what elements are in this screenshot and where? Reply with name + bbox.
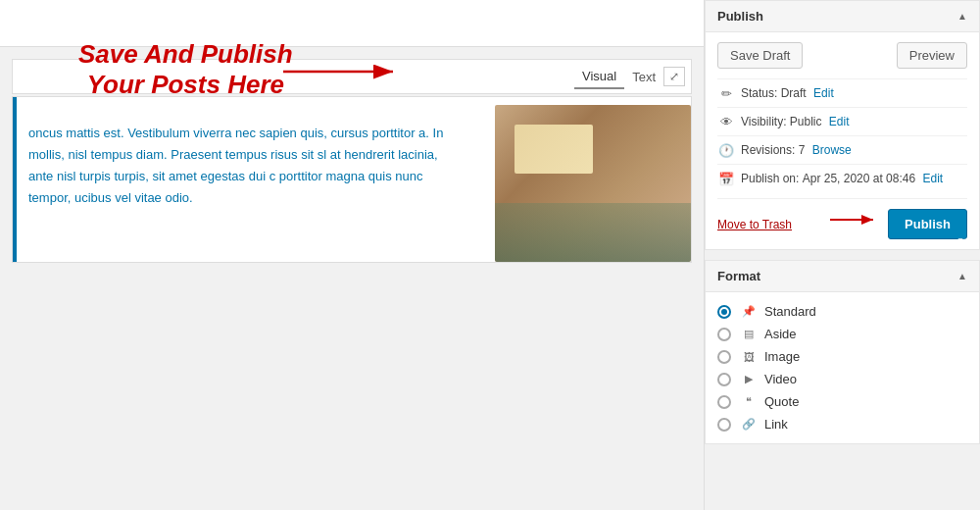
clock-icon: 🕐 [717, 141, 735, 159]
eye-icon: 👁 [717, 113, 735, 130]
editor-content: oncus mattis est. Vestibulum viverra nec… [12, 96, 692, 263]
tab-visual[interactable]: Visual [574, 65, 624, 89]
format-radio-standard[interactable] [717, 305, 731, 319]
format-label-standard: Standard [764, 304, 816, 319]
format-icon-link: 🔗 [739, 418, 759, 432]
status-edit-link[interactable]: Edit [813, 86, 834, 100]
format-radio-aside[interactable] [717, 328, 731, 341]
visibility-edit-link[interactable]: Edit [829, 115, 850, 128]
format-item-quote[interactable]: ❝Quote [717, 390, 967, 413]
format-item-video[interactable]: ▶Video [717, 368, 967, 390]
editor-body: Visual Text ⤢ oncus mattis est. Vestibul… [0, 47, 704, 263]
publish-box-header: Publish ▲ [706, 1, 979, 32]
format-label-image: Image [764, 349, 800, 364]
tab-text[interactable]: Text [624, 66, 663, 88]
status-label: Status: [741, 86, 777, 100]
format-box: Format ▲ 📌Standard▤Aside🖼Image▶Video❝Quo… [705, 260, 980, 444]
format-icon-aside: ▤ [739, 328, 759, 341]
format-item-image[interactable]: 🖼Image [717, 345, 967, 368]
publish-on-value: Apr 25, 2020 at 08:46 [803, 172, 915, 185]
revisions-label: Revisions: [741, 143, 795, 157]
editor-body-text: oncus mattis est. Vestibulum viverra nec… [17, 113, 475, 219]
fullscreen-icon: ⤢ [669, 70, 679, 83]
main-editor-area: Save And Publish Your Posts Here Visual … [0, 0, 704, 510]
post-title-input[interactable] [10, 16, 694, 31]
publish-on-label: Publish on: [741, 172, 799, 185]
pencil-icon: ✏ [717, 84, 735, 102]
editor-toolbar: Visual Text ⤢ [12, 59, 692, 94]
status-value: Draft [781, 86, 807, 100]
format-label-quote: Quote [764, 394, 799, 409]
calendar-icon: 📅 [717, 170, 735, 187]
format-label-link: Link [764, 417, 788, 432]
format-item-standard[interactable]: 📌Standard [717, 300, 967, 323]
sidebar: Publish ▲ Save Draft Preview ✏ Status: D… [704, 0, 980, 510]
format-radio-quote[interactable] [717, 395, 731, 409]
publish-box: Publish ▲ Save Draft Preview ✏ Status: D… [705, 0, 980, 250]
format-item-aside[interactable]: ▤Aside [717, 323, 967, 345]
content-row: oncus mattis est. Vestibulum viverra nec… [17, 105, 691, 262]
publish-on-edit-link[interactable]: Edit [923, 172, 944, 185]
format-box-toggle[interactable]: ▲ [957, 271, 967, 281]
publish-on-row: 📅 Publish on: Apr 25, 2020 at 08:46 Edit [717, 164, 967, 192]
status-row: ✏ Status: Draft Edit [717, 78, 967, 107]
publish-button[interactable]: Publish ☞ [888, 209, 967, 239]
preview-button[interactable]: Preview [897, 42, 967, 69]
draft-preview-row: Save Draft Preview [717, 42, 967, 69]
format-icon-video: ▶ [739, 373, 759, 386]
save-draft-button[interactable]: Save Draft [717, 42, 803, 69]
visibility-label: Visibility: [741, 115, 786, 128]
format-label-aside: Aside [764, 327, 797, 341]
format-label-video: Video [764, 372, 797, 386]
format-box-title: Format [717, 269, 760, 283]
publish-box-toggle[interactable]: ▲ [957, 11, 967, 22]
post-image [495, 105, 691, 262]
format-radio-link[interactable] [717, 418, 731, 432]
format-radio-image[interactable] [717, 350, 731, 364]
format-item-link[interactable]: 🔗Link [717, 413, 967, 435]
format-icon-image: 🖼 [739, 350, 759, 364]
format-radio-video[interactable] [717, 373, 731, 386]
format-box-header: Format ▲ [706, 261, 979, 292]
visibility-row: 👁 Visibility: Public Edit [717, 107, 967, 135]
format-icon-quote: ❝ [739, 395, 759, 409]
fullscreen-button[interactable]: ⤢ [663, 67, 685, 86]
format-icon-standard: 📌 [739, 305, 759, 319]
publish-box-body: Save Draft Preview ✏ Status: Draft Edit … [706, 32, 979, 249]
publish-arrow-icon [830, 210, 879, 230]
title-bar [0, 0, 704, 47]
revisions-browse-link[interactable]: Browse [812, 143, 852, 157]
move-to-trash-button[interactable]: Move to Trash [717, 218, 792, 231]
publish-actions-row: Move to Trash Publish ☞ [717, 198, 967, 239]
revisions-value: 7 [799, 143, 806, 157]
publish-box-title: Publish [717, 9, 763, 24]
cursor-icon: ☞ [956, 233, 970, 252]
visibility-value: Public [790, 115, 822, 128]
revisions-row: 🕐 Revisions: 7 Browse [717, 135, 967, 164]
format-list: 📌Standard▤Aside🖼Image▶Video❝Quote🔗Link [706, 292, 979, 443]
publish-button-label: Publish [905, 217, 951, 231]
